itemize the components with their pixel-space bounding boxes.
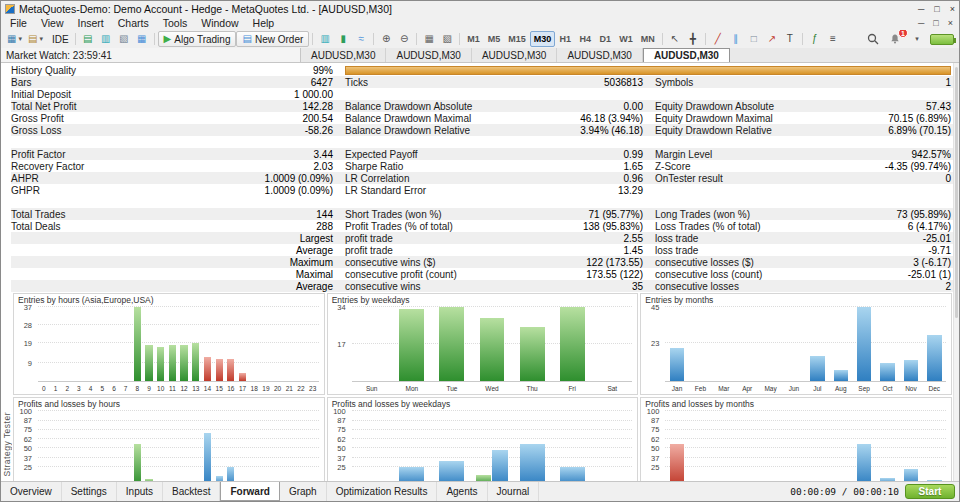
tile-windows-button[interactable]: ▦ (420, 31, 438, 47)
tester-tab-graph[interactable]: Graph (280, 482, 327, 501)
y-tick-label: 37 (24, 455, 32, 463)
menu-tools[interactable]: Tools (156, 17, 195, 29)
market-watch-header[interactable]: Market Watch: 23:59:41 (1, 48, 301, 62)
bar-chart-button[interactable]: ▥ (316, 31, 334, 47)
stat-label: Equity Drawdown Absolute (655, 101, 774, 112)
y-tick-label: 100 (333, 407, 346, 415)
search-button[interactable] (864, 31, 882, 47)
cursor-button[interactable]: ↖ (666, 31, 684, 47)
x-tick-label: Jun (782, 383, 805, 394)
x-tick-label: 8 (132, 383, 144, 394)
line-chart-button[interactable]: ≈ (352, 31, 370, 47)
bar-group (202, 307, 214, 381)
algo-trading-button[interactable]: ▶Algo Trading (158, 31, 237, 47)
stat-value: Average (296, 281, 333, 292)
tester-tab-backtest[interactable]: Backtest (163, 482, 220, 501)
timeframe-mn-button[interactable]: MN (637, 31, 659, 47)
stat-value: -25.01 (923, 233, 951, 244)
tester-tab-inputs[interactable]: Inputs (117, 482, 163, 501)
chart-tab[interactable]: AUDUSD,M30 (643, 48, 730, 62)
menu-view[interactable]: View (34, 17, 71, 29)
stat-label: profit trade (345, 233, 393, 244)
report-row: Gross Loss-58.26Balance Drawdown Relativ… (11, 124, 953, 136)
tester-tab-overview[interactable]: Overview (1, 482, 62, 501)
child-close-button[interactable]: × (948, 18, 953, 28)
close-button[interactable]: × (950, 4, 955, 14)
tester-tab-optimization-results[interactable]: Optimization Results (327, 482, 438, 501)
start-button[interactable]: Start (905, 484, 955, 499)
menu-insert[interactable]: Insert (71, 17, 111, 29)
chart-tab[interactable]: AUDUSD,M30 (386, 48, 471, 62)
notifications-button[interactable]: 1 (886, 31, 904, 47)
stat-value: -9.71 (928, 245, 951, 256)
timeframe-m1-button[interactable]: M1 (463, 31, 484, 47)
navigator-toggle[interactable]: ▧ (115, 31, 133, 47)
timeframe-w1-button[interactable]: W1 (615, 31, 637, 47)
stat-label: Recovery Factor (11, 161, 84, 172)
menu-charts[interactable]: Charts (111, 17, 156, 29)
chart-title: Profits and losses by months (645, 399, 754, 409)
stat-group: consecutive losses ($)3 (-6.17) (643, 257, 953, 268)
stat-value: 6427 (311, 77, 333, 88)
crosshair-button[interactable]: ╋ (684, 31, 702, 47)
trendline-button[interactable]: ╱ (709, 31, 727, 47)
arrow-tool-button[interactable]: ↗ (763, 31, 781, 47)
stat-group: Ticks5036813 (333, 77, 643, 88)
menu-window[interactable]: Window (194, 17, 245, 29)
zoom-in-button[interactable]: ⊕ (377, 31, 395, 47)
x-tick-label: 20 (272, 383, 284, 394)
timeframe-m15-button[interactable]: M15 (504, 31, 530, 47)
chart-tab[interactable]: AUDUSD,M30 (557, 48, 642, 62)
timeframe-m30-button[interactable]: M30 (530, 31, 556, 47)
tester-tab-settings[interactable]: Settings (62, 482, 117, 501)
new-order-button[interactable]: ▤New Order (236, 31, 309, 47)
timeframe-m5-button[interactable]: M5 (484, 31, 505, 47)
new-chart-button[interactable]: ▦▾ (4, 31, 25, 47)
bar-group (38, 307, 50, 381)
shapes-button[interactable]: □ (745, 31, 763, 47)
text-tool-button[interactable]: T (781, 31, 799, 47)
vertical-scrollbar[interactable] (953, 63, 959, 481)
algo-trading-icon: ▶ (164, 34, 172, 44)
candle-chart-button[interactable]: ▮ (334, 31, 352, 47)
bar (192, 343, 199, 381)
tester-tab-forward[interactable]: Forward (220, 482, 279, 501)
bar (480, 318, 505, 381)
zoom-out-button[interactable]: ⊖ (395, 31, 413, 47)
ide-button[interactable]: IDE (46, 31, 72, 47)
y-tick-label: 62 (24, 436, 32, 444)
profiles-button[interactable]: ▤▾ (25, 31, 46, 47)
bar-group (190, 307, 202, 381)
tester-tab-journal[interactable]: Journal (488, 482, 540, 501)
objects-button[interactable]: ≡ (824, 31, 842, 47)
tester-tab-agents[interactable]: Agents (437, 482, 487, 501)
stat-group: Sharpe Ratio1.65 (333, 161, 643, 172)
scrollbar-thumb[interactable] (955, 67, 958, 318)
market-watch-toggle[interactable]: ▤ (79, 31, 97, 47)
indicators-button[interactable]: ƒ (806, 31, 824, 47)
menu-file[interactable]: File (3, 17, 34, 29)
bar-group (782, 307, 805, 381)
timeframe-h1-button[interactable]: H1 (555, 31, 575, 47)
bar-group (806, 307, 829, 381)
report-row: AHPR1.0009 (0.09%)LR Correlation0.96OnTe… (11, 172, 953, 184)
bar-group (307, 411, 319, 481)
timeframe-h4-button[interactable]: H4 (575, 31, 595, 47)
stat-group: loss trade-25.01 (643, 233, 953, 244)
data-window-toggle[interactable]: ▥ (97, 31, 115, 47)
x-tick-label: Oct (876, 383, 899, 394)
timeframe-d1-button[interactable]: D1 (595, 31, 615, 47)
menu-help[interactable]: Help (246, 17, 282, 29)
minimize-button[interactable]: ─ (918, 4, 924, 14)
maximize-button[interactable]: □ (934, 4, 939, 14)
chart-tab[interactable]: AUDUSD,M30 (472, 48, 557, 62)
bar (492, 450, 507, 481)
cascade-windows-button[interactable]: ▧ (438, 31, 456, 47)
child-minimize-button[interactable]: ─ (918, 18, 924, 28)
channel-button[interactable]: ∥ (727, 31, 745, 47)
chart-tab[interactable]: AUDUSD,M30 (301, 48, 386, 62)
toolbox-toggle[interactable]: ▦ (133, 31, 151, 47)
objects-icon: ≡ (830, 34, 836, 44)
child-restore-button[interactable]: □ (933, 18, 938, 28)
chevron-down-icon[interactable]: ▾ (908, 31, 926, 47)
